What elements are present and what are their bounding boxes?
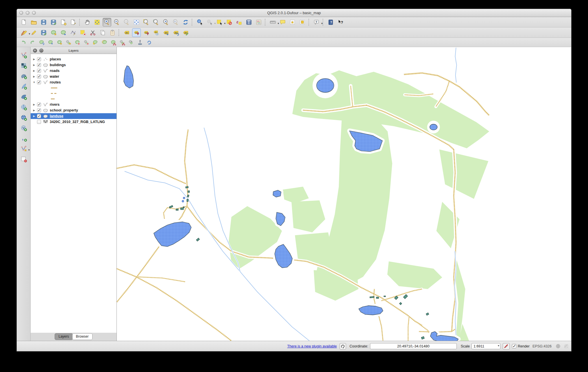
map-tips-button[interactable] [278, 18, 287, 27]
add-ring-button[interactable] [56, 38, 63, 46]
legend-item-dashed[interactable] [31, 91, 117, 96]
add-postgis-layer-button[interactable] [19, 72, 28, 80]
crs-globe-icon[interactable] [554, 343, 561, 349]
layer-row-landuse[interactable]: ▶landuse [31, 113, 117, 119]
zoom-to-layer-button[interactable] [152, 18, 160, 27]
layer-visibility-checkbox[interactable] [37, 103, 41, 107]
plugin-available-link[interactable]: There is a new plugin available [287, 344, 337, 348]
undo-button[interactable] [20, 38, 27, 46]
layer-visibility-checkbox[interactable] [37, 69, 41, 73]
move-label-button[interactable]: abc [162, 28, 170, 37]
map-svg[interactable] [117, 47, 571, 341]
remove-layer-button[interactable] [19, 155, 28, 163]
merge-attributes-button[interactable] [136, 38, 144, 46]
layer-row-buildings[interactable]: ▶buildings [31, 62, 117, 68]
change-label-button[interactable]: abc [181, 28, 190, 37]
expander-icon[interactable]: ▶ [32, 75, 36, 78]
zoom-actual-size-button[interactable]: 1:1 [122, 18, 131, 27]
pan-to-selection-button[interactable] [93, 18, 101, 27]
legend-item-short[interactable] [31, 96, 117, 102]
layer-visibility-checkbox[interactable] [37, 75, 41, 79]
expander-icon[interactable]: ▼ [32, 81, 36, 84]
zoom-to-selection-button[interactable] [142, 18, 151, 27]
cut-features-button[interactable] [88, 28, 97, 37]
expander-icon[interactable]: ▶ [32, 103, 36, 106]
add-wms-layer-button[interactable] [19, 103, 28, 111]
add-feature-button[interactable] [49, 28, 58, 37]
add-raster-layer-button[interactable] [19, 61, 28, 70]
layer-visibility-checkbox[interactable] [37, 120, 41, 124]
show-bookmarks-button[interactable] [298, 18, 307, 27]
split-parts-button[interactable] [118, 38, 126, 46]
pin-unpin-labels-button[interactable]: ab [132, 28, 141, 37]
identify-features-button[interactable]: i [195, 18, 204, 27]
layer-row-routes[interactable]: ▼routes [31, 79, 117, 85]
paste-features-button[interactable] [108, 28, 117, 37]
stop-render-button[interactable] [503, 343, 510, 349]
layer-visibility-checkbox[interactable] [37, 57, 41, 61]
delete-part-button[interactable] [82, 38, 90, 46]
add-delimited-text-layer-button[interactable]: , [19, 134, 28, 143]
simplify-feature-button[interactable] [47, 38, 54, 46]
layer-visibility-checkbox[interactable] [37, 80, 41, 84]
current-edits-button[interactable]: ▾ [20, 28, 28, 37]
split-features-button[interactable] [109, 38, 117, 46]
coordinate-input[interactable] [370, 343, 457, 349]
copy-features-button[interactable] [98, 28, 107, 37]
expander-icon[interactable]: ▶ [32, 69, 36, 72]
delete-ring-button[interactable] [73, 38, 81, 46]
layer-row-places[interactable]: ▶places [31, 56, 117, 62]
layer-row-rivers[interactable]: ▶rivers [31, 102, 117, 107]
render-checkbox[interactable] [512, 344, 516, 348]
add-mssql-layer-button[interactable] [19, 92, 28, 101]
zoom-full-button[interactable] [132, 18, 141, 27]
add-vector-layer-button[interactable] [19, 51, 28, 59]
new-project-button[interactable] [20, 18, 28, 27]
zoom-in-button[interactable] [103, 18, 111, 27]
add-part-button[interactable] [64, 38, 72, 46]
layer-visibility-checkbox[interactable] [37, 108, 41, 112]
save-project-button[interactable] [39, 18, 48, 27]
rotate-label-button[interactable]: abc [171, 28, 180, 37]
scale-combo[interactable]: 1:6911 ▾ [471, 343, 500, 349]
new-shapefile-layer-button[interactable]: ▾ [19, 144, 28, 153]
offset-curve-button[interactable] [100, 38, 108, 46]
zoom-last-button[interactable] [162, 18, 170, 27]
labeling-button[interactable]: abc [122, 28, 131, 37]
add-wfs-layer-button[interactable] [19, 124, 28, 132]
zoom-out-button[interactable] [112, 18, 121, 27]
whats-this-button[interactable]: ? [336, 18, 345, 27]
map-canvas[interactable] [117, 47, 571, 341]
save-layer-edits-button[interactable] [39, 28, 48, 37]
pan-map-button[interactable] [83, 18, 92, 27]
layer-visibility-checkbox[interactable] [37, 63, 41, 67]
add-spatialite-layer-button[interactable] [19, 82, 28, 91]
text-annotation-button[interactable]: T▾ [312, 18, 321, 27]
select-by-expression-button[interactable]: ε [235, 18, 243, 27]
new-bookmark-button[interactable] [288, 18, 297, 27]
rotate-point-symbols-button[interactable] [145, 38, 153, 46]
select-features-button[interactable]: ▾ [215, 18, 224, 27]
deselect-features-button[interactable] [225, 18, 234, 27]
run-feature-action-button[interactable]: ▾ [205, 18, 214, 27]
toggle-editing-button[interactable] [29, 28, 38, 37]
expander-icon[interactable]: ▶ [32, 115, 36, 118]
rotate-feature-button[interactable] [38, 38, 45, 46]
refresh-map-button[interactable] [181, 18, 190, 27]
layer-row-water[interactable]: ▶water [31, 74, 117, 79]
layer-row-3420C_2010_327_RGB_LATLNG[interactable]: 3420C_2010_327_RGB_LATLNG [31, 119, 117, 125]
resize-grip[interactable] [564, 344, 568, 348]
move-feature-button[interactable] [59, 28, 68, 37]
open-attribute-table-button[interactable] [245, 18, 253, 27]
show-hide-labels-button[interactable]: abc [152, 28, 160, 37]
measure-button[interactable]: ▾ [269, 18, 277, 27]
expander-icon[interactable]: ▶ [32, 109, 36, 112]
delete-selected-button[interactable] [79, 28, 87, 37]
add-wcs-layer-button[interactable] [19, 113, 28, 122]
layer-row-roads[interactable]: ▶roads [31, 68, 117, 74]
layer-visibility-checkbox[interactable] [37, 114, 41, 118]
layer-row-school_property[interactable]: ▶school_property [31, 107, 117, 113]
field-calculator-button[interactable] [254, 18, 263, 27]
expander-icon[interactable]: ▶ [32, 58, 36, 61]
redo-button[interactable] [29, 38, 36, 46]
